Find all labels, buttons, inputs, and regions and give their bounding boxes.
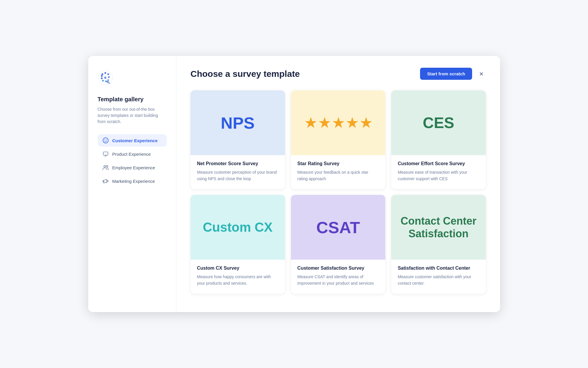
svg-point-9 [101, 75, 103, 77]
sidebar-title: Template gallery [98, 96, 167, 103]
template-card-star-rating[interactable]: ★ ★ ★ ★ ★ Star Rating Survey Measure you… [291, 90, 385, 189]
nps-label: NPS [221, 113, 255, 132]
star-3-icon: ★ [332, 115, 344, 130]
svg-point-19 [107, 180, 108, 182]
sidebar-label-employee-experience: Employee Experience [112, 165, 155, 170]
svg-point-12 [108, 82, 110, 84]
svg-point-3 [107, 73, 109, 75]
sidebar-item-employee-experience[interactable]: Employee Experience [98, 161, 167, 174]
template-name-nps: Net Promoter Score Survey [197, 161, 279, 166]
svg-point-6 [105, 80, 107, 82]
template-card-contact-center[interactable]: Contact Center Satisfaction Satisfaction… [391, 195, 486, 294]
template-card-ces[interactable]: CES Customer Effort Score Survey Measure… [391, 90, 486, 189]
template-desc-ces: Measure ease of transaction with your cu… [398, 169, 479, 182]
svg-point-11 [106, 81, 109, 83]
svg-point-13 [103, 138, 108, 143]
star-row: ★ ★ ★ ★ ★ [305, 115, 372, 130]
svg-rect-16 [103, 152, 108, 155]
svg-point-14 [104, 140, 105, 140]
svg-point-1 [101, 73, 103, 75]
star-1-icon: ★ [305, 115, 316, 130]
template-name-ces: Customer Effort Score Survey [398, 161, 479, 166]
sidebar-label-product-experience: Product Experience [112, 152, 151, 157]
sidebar: Template gallery Choose from our out-of-… [88, 56, 176, 312]
template-name-star: Star Rating Survey [297, 161, 379, 166]
template-desc-star: Measure your feedback on a quick star ra… [297, 169, 379, 182]
sidebar-item-product-experience[interactable]: Product Experience [98, 148, 167, 160]
sidebar-item-marketing-experience[interactable]: Marketing Experience [98, 175, 167, 187]
svg-point-18 [106, 165, 108, 167]
template-image-nps: NPS [191, 90, 285, 155]
start-from-scratch-button[interactable]: Start from scratch [420, 68, 472, 80]
sidebar-label-marketing-experience: Marketing Experience [112, 179, 155, 184]
smile-icon [102, 137, 109, 144]
template-desc-nps: Measure customer perception of your bran… [197, 169, 279, 182]
template-name-csat: Customer Satisfaction Survey [297, 266, 379, 271]
template-image-custom-cx: Custom CX [191, 195, 285, 260]
main-content: Choose a survey template Start from scra… [176, 56, 500, 312]
close-button[interactable]: × [477, 69, 486, 79]
template-grid: NPS Net Promoter Score Survey Measure cu… [191, 90, 486, 294]
logo [98, 70, 167, 87]
svg-point-10 [104, 77, 106, 79]
sidebar-description: Choose from our out-of-the box survey te… [98, 106, 167, 125]
monitor-icon [102, 151, 109, 157]
template-image-csat: CSAT [291, 195, 385, 260]
modal: Template gallery Choose from our out-of-… [88, 56, 500, 312]
template-card-csat[interactable]: CSAT Customer Satisfaction Survey Measur… [291, 195, 385, 294]
page-title: Choose a survey template [191, 69, 300, 79]
contact-center-label: Contact Center Satisfaction [391, 215, 486, 240]
template-name-contact: Satisfaction with Contact Center [398, 266, 479, 271]
svg-point-8 [101, 77, 103, 79]
svg-point-4 [108, 76, 110, 78]
template-name-custom-cx: Custom CX Survey [197, 266, 279, 271]
svg-point-7 [102, 80, 104, 82]
template-image-contact: Contact Center Satisfaction [391, 195, 486, 260]
template-image-star: ★ ★ ★ ★ ★ [291, 90, 385, 155]
header-actions: Start from scratch × [420, 68, 486, 80]
svg-point-17 [104, 165, 106, 167]
people-icon [102, 164, 109, 171]
template-desc-contact: Measure customer satisfaction with your … [398, 274, 479, 286]
csat-label: CSAT [316, 218, 360, 237]
star-2-icon: ★ [319, 115, 330, 130]
megaphone-icon [102, 178, 109, 184]
custom-cx-label: Custom CX [203, 220, 273, 235]
sidebar-label-customer-experience: Customer Experience [112, 138, 158, 143]
svg-point-2 [104, 72, 106, 74]
main-header: Choose a survey template Start from scra… [191, 68, 486, 80]
svg-point-5 [107, 79, 109, 81]
ces-label: CES [423, 114, 454, 132]
template-card-nps[interactable]: NPS Net Promoter Score Survey Measure cu… [191, 90, 285, 189]
star-4-icon: ★ [346, 115, 358, 130]
template-image-ces: CES [391, 90, 486, 155]
sidebar-item-customer-experience[interactable]: Customer Experience [98, 134, 167, 147]
svg-point-15 [106, 140, 106, 140]
star-5-icon: ★ [360, 115, 372, 130]
template-desc-custom-cx: Measure how happy consumers are with you… [197, 274, 279, 286]
template-desc-csat: Measure CSAT and identify areas of impro… [297, 274, 379, 286]
template-card-custom-cx[interactable]: Custom CX Custom CX Survey Measure how h… [191, 195, 285, 294]
